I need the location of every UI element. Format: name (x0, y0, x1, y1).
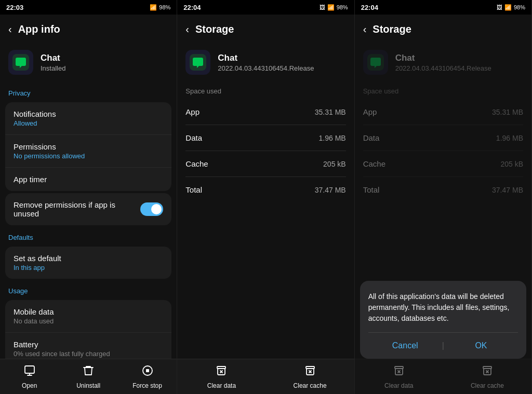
page-header-1: ‹ App info (0, 15, 177, 44)
defaults-card: Set as default In this app (5, 247, 171, 279)
open-icon (23, 364, 36, 380)
clear-cache-icon-2 (304, 364, 316, 380)
app-status-1: Installed (41, 64, 65, 72)
page-header-3: ‹ Storage (355, 15, 531, 44)
set-default-row[interactable]: Set as default In this app (5, 247, 171, 279)
panel-app-info: 22:03 📶 98% ‹ App info Chat Installed Pr… (0, 0, 177, 394)
panel2-content: Space used App 35.31 MB Data 1.96 MB Cac… (177, 83, 354, 359)
status-icons-2: 🖼 📶 98% (320, 4, 348, 11)
clear-data-label-2: Clear data (207, 382, 236, 389)
cache-label-3: Cache (363, 159, 385, 168)
app-name-1: Chat (41, 53, 65, 63)
data-storage-row: Data 1.96 MB (185, 125, 345, 151)
back-button-2[interactable]: ‹ (185, 23, 189, 35)
remove-perms-card: Remove permissions if app is unused (5, 193, 171, 225)
data-label-3: Data (363, 133, 380, 142)
app-name-2: Chat (218, 53, 314, 63)
app-icon-2 (185, 50, 210, 75)
section-privacy-label: Privacy (0, 83, 177, 100)
back-button-3[interactable]: ‹ (363, 23, 367, 35)
app-icon-1 (8, 50, 33, 75)
app-storage-label: App (185, 107, 200, 116)
mobile-data-row[interactable]: Mobile data No data used (5, 300, 171, 333)
panel-storage: 22:04 🖼 📶 98% ‹ Storage Chat 2022.04.03.… (177, 0, 354, 394)
chat-icon-svg-3 (367, 54, 384, 71)
battery-title: Battery (14, 340, 163, 349)
status-icons-3: 🖼 📶 98% (497, 4, 525, 11)
app-info-row-2: Chat 2022.04.03.443106454.Release (177, 44, 354, 83)
uninstall-action[interactable]: Uninstall (59, 364, 117, 389)
force-stop-label: Force stop (132, 382, 162, 389)
total-storage-label: Total (185, 185, 202, 194)
data-storage-label: Data (185, 133, 202, 142)
svg-rect-8 (306, 366, 314, 369)
page-title-3: Storage (373, 23, 411, 35)
notifications-subtitle: Allowed (14, 119, 163, 127)
app-info-text-2: Chat 2022.04.03.443106454.Release (218, 53, 314, 72)
clear-cache-action-3[interactable]: Clear cache (443, 364, 531, 389)
total-storage-value: 37.47 MB (315, 186, 346, 194)
app-name-3: Chat (395, 53, 491, 63)
app-timer-title: App timer (14, 175, 163, 184)
status-bar-1: 22:03 📶 98% (0, 0, 177, 15)
notifications-row[interactable]: Notifications Allowed (5, 102, 171, 135)
app-label-3: App (363, 107, 377, 116)
clear-data-action-3[interactable]: Clear data (355, 364, 443, 389)
clear-cache-icon-3 (481, 364, 494, 380)
chat-icon-svg-1 (12, 54, 29, 71)
battery-row[interactable]: Battery 0% used since last fully charged (5, 333, 171, 359)
wifi-icon: 📶 (150, 4, 157, 11)
clear-data-label-3: Clear data (384, 382, 413, 389)
cache-storage-row: Cache 205 kB (185, 151, 345, 177)
data-storage-value: 1.96 MB (319, 134, 346, 142)
dialog-cancel-button[interactable]: Cancel (368, 335, 442, 357)
app-version-2: 2022.04.03.443106454.Release (218, 64, 314, 72)
privacy-card: Notifications Allowed Permissions No per… (5, 102, 171, 191)
bottom-bar-2: Clear data Clear cache (177, 359, 354, 394)
open-action[interactable]: Open (0, 364, 59, 389)
chat-icon-svg-2 (190, 54, 206, 71)
uninstall-icon (82, 364, 95, 380)
image-icon-2: 🖼 (320, 4, 325, 10)
battery-percent-2: 98% (337, 4, 348, 10)
data-value-3: 1.96 MB (496, 134, 523, 142)
cache-value-3: 205 kB (500, 160, 523, 168)
force-stop-action[interactable]: Force stop (118, 364, 177, 389)
total-storage-row-3: Total 37.47 MB (363, 177, 523, 202)
clear-cache-label-2: Clear cache (294, 382, 327, 389)
clear-cache-action-2[interactable]: Clear cache (266, 364, 354, 389)
status-time-3: 22:04 (361, 4, 378, 11)
data-storage-row-3: Data 1.96 MB (363, 125, 523, 151)
set-default-subtitle: In this app (14, 264, 163, 271)
force-stop-icon (141, 364, 154, 380)
dialog-ok-button[interactable]: OK (444, 335, 518, 357)
status-time-1: 22:03 (6, 4, 23, 11)
app-info-text-1: Chat Installed (41, 53, 65, 72)
svg-rect-15 (483, 366, 491, 369)
status-bar-3: 22:04 🖼 📶 98% (355, 0, 531, 15)
remove-perms-toggle[interactable] (140, 202, 163, 216)
usage-card: Mobile data No data used Battery 0% used… (5, 300, 171, 359)
back-button-1[interactable]: ‹ (8, 23, 12, 35)
permissions-row[interactable]: Permissions No permissions allowed (5, 135, 171, 168)
storage-table-2: App 35.31 MB Data 1.96 MB Cache 205 kB T… (177, 95, 354, 207)
wifi-icon-3: 📶 (504, 4, 512, 11)
space-used-label-3: Space used (355, 83, 531, 95)
svg-rect-5 (217, 366, 225, 369)
clear-cache-label-3: Clear cache (471, 382, 504, 389)
set-default-title: Set as default (14, 254, 163, 263)
app-icon-3 (363, 50, 388, 75)
bottom-bar-3: Clear data Clear cache (355, 359, 531, 394)
delete-data-dialog: All of this application's data will be d… (360, 281, 526, 359)
cache-storage-row-3: Cache 205 kB (363, 151, 523, 177)
wifi-icon-2: 📶 (327, 4, 335, 11)
total-label-3: Total (363, 185, 380, 194)
app-timer-row[interactable]: App timer (5, 168, 171, 191)
app-storage-row-3: App 35.31 MB (363, 99, 523, 125)
space-used-label-2: Space used (177, 83, 354, 95)
bottom-bar-1: Open Uninstall Force stop (0, 359, 177, 394)
remove-perms-row: Remove permissions if app is unused (5, 193, 171, 225)
cache-storage-label: Cache (185, 159, 208, 168)
clear-data-action-2[interactable]: Clear data (177, 364, 265, 389)
mobile-data-subtitle: No data used (14, 317, 163, 325)
